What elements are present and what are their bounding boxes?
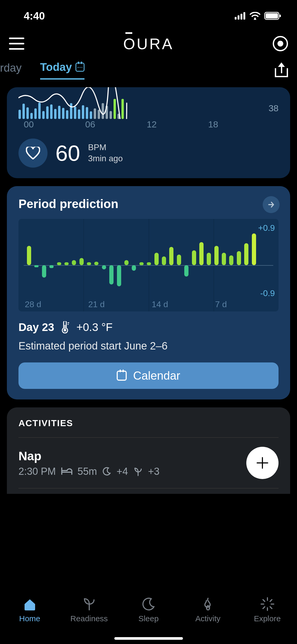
hr-meta: BPM 3min ago [88, 142, 123, 164]
heart-icon[interactable] [18, 139, 48, 168]
app-header: OURA [0, 26, 297, 61]
temp-delta: +0.3 °F [76, 321, 112, 334]
period-card-title: Period prediction [18, 197, 279, 211]
svg-line-18 [263, 600, 265, 601]
plus-icon [255, 456, 270, 470]
thermometer-icon [60, 321, 70, 333]
bottom-nav: Home Readiness Sleep Activity Explore [0, 594, 297, 644]
svg-rect-7 [280, 15, 281, 17]
svg-line-20 [270, 600, 272, 601]
moon-icon [102, 467, 111, 476]
nav-explore[interactable]: Explore [238, 597, 297, 644]
nav-home-label: Home [19, 614, 40, 623]
arrow-right-icon[interactable] [263, 196, 280, 213]
bed-icon [61, 467, 72, 475]
app-logo: OURA [123, 35, 174, 53]
hr-line-overlay [18, 87, 129, 119]
share-icon[interactable] [275, 63, 288, 77]
status-bar: 4:40 [0, 0, 297, 26]
period-prediction-card[interactable]: Period prediction +0.9 -0.9 28 d 21 d 14… [7, 186, 290, 399]
hr-min-label: 38 [268, 103, 279, 113]
status-time: 4:40 [24, 10, 45, 22]
cellular-icon [235, 12, 246, 20]
tab-today[interactable]: Today [40, 61, 85, 80]
tab-previous-day[interactable]: rday [0, 61, 22, 80]
activity-time: 2:30 PM [18, 466, 56, 477]
svg-rect-0 [235, 17, 237, 20]
period-chart: +0.9 -0.9 28 d 21 d 14 d 7 d [18, 219, 279, 311]
menu-icon[interactable] [9, 38, 24, 50]
home-indicator[interactable] [114, 637, 183, 640]
wifi-icon [249, 12, 261, 20]
hr-unit: BPM [88, 142, 123, 153]
activities-card: ACTIVITIES Nap 2:30 PM 55m +4 [7, 407, 290, 494]
nav-sleep-label: Sleep [138, 614, 159, 623]
activity-duration: 55m [78, 466, 97, 477]
svg-line-21 [263, 607, 265, 609]
calendar-button[interactable]: Calendar [18, 362, 279, 389]
period-estimate: Estimated period start June 2–6 [18, 340, 279, 352]
activity-recovery-plus: +3 [148, 466, 159, 477]
nav-activity[interactable]: Activity [178, 597, 238, 644]
activity-icon [201, 597, 215, 611]
battery-icon [264, 12, 281, 20]
nav-home[interactable]: Home [0, 597, 59, 644]
nav-readiness[interactable]: Readiness [59, 597, 119, 644]
nav-readiness-label: Readiness [70, 614, 108, 623]
calendar-icon [76, 63, 84, 72]
pred-x-axis: 28 d 21 d 14 d 7 d [25, 300, 279, 309]
heart-rate-chart: 38 00 06 12 18 [18, 87, 279, 130]
svg-rect-3 [243, 12, 245, 20]
calendar-icon [117, 371, 127, 381]
calendar-button-label: Calendar [133, 369, 180, 382]
hr-timestamp: 3min ago [88, 153, 123, 164]
activities-title: ACTIVITIES [18, 418, 279, 438]
explore-icon [260, 597, 275, 611]
tab-today-label: Today [40, 61, 72, 73]
activity-meta: 2:30 PM 55m +4 +3 [18, 466, 159, 477]
activity-name: Nap [18, 449, 159, 463]
svg-line-19 [270, 607, 272, 609]
target-icon[interactable] [273, 36, 288, 51]
sprout-icon [133, 467, 143, 476]
svg-rect-2 [241, 14, 242, 20]
period-day-label: Day 23 [18, 321, 54, 334]
nav-explore-label: Explore [254, 614, 281, 623]
pred-y-max: +0.9 [258, 223, 275, 233]
heart-rate-card[interactable]: 38 00 06 12 18 60 BPM 3min ago [7, 87, 290, 178]
hr-value: 60 [55, 140, 80, 166]
svg-rect-1 [238, 15, 239, 20]
home-icon [22, 597, 37, 611]
period-day-line: Day 23 +0.3 °F [18, 321, 279, 334]
pred-y-min: -0.9 [260, 288, 275, 298]
activity-sleep-plus: +4 [116, 466, 128, 477]
svg-rect-6 [266, 13, 278, 19]
status-indicators [235, 12, 281, 20]
svg-point-4 [254, 18, 256, 20]
add-activity-button[interactable] [246, 447, 279, 479]
sleep-icon [141, 597, 156, 611]
readiness-icon [82, 597, 97, 611]
date-tabs-row: rday Today [0, 61, 297, 87]
hr-x-axis: 00 06 12 18 [24, 119, 218, 130]
logo-text: OURA [123, 35, 174, 52]
activity-row[interactable]: Nap 2:30 PM 55m +4 [18, 438, 279, 489]
nav-activity-label: Activity [195, 614, 220, 623]
